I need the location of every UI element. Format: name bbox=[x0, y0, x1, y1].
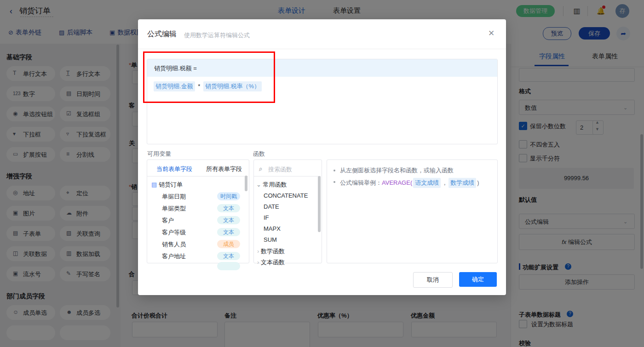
variables-tree-root[interactable]: ▤ 销货订单 bbox=[151, 181, 183, 189]
bullet-icon bbox=[334, 181, 335, 183]
tab-current-form-fields[interactable]: 当前表单字段 bbox=[156, 165, 192, 173]
variable-row[interactable]: 客户 bbox=[162, 216, 174, 225]
variables-scrollbar[interactable] bbox=[245, 176, 247, 191]
chevron-down-icon: ⌄ bbox=[256, 181, 261, 188]
dialog-title: 公式编辑 bbox=[147, 29, 177, 39]
variable-type-tag: 文本 bbox=[217, 228, 240, 236]
variable-type-tag: 时间戳 bbox=[217, 192, 240, 200]
function-item-mapx[interactable]: MAPX bbox=[264, 225, 281, 232]
chevron-right-icon: › bbox=[257, 248, 259, 255]
variable-row[interactable]: 客户地址 bbox=[162, 252, 186, 261]
close-icon[interactable]: ✕ bbox=[487, 29, 496, 38]
variable-row[interactable]: 单据日期 bbox=[162, 193, 186, 201]
dialog-subtitle: 使用数学运算符编辑公式 bbox=[184, 31, 250, 40]
function-group-text[interactable]: › 文本函数 bbox=[257, 258, 285, 267]
help-tip-1: 从左侧面板选择字段名和函数，或输入函数 bbox=[340, 166, 454, 175]
variable-type-tag: 文本 bbox=[217, 216, 240, 224]
help-tip-2-prefix: 公式编辑举例： bbox=[340, 179, 382, 186]
functions-search-divider bbox=[254, 176, 321, 176]
dialog-header-divider bbox=[138, 49, 506, 49]
variable-type-tag: 文本 bbox=[217, 204, 240, 212]
bullet-icon bbox=[334, 170, 335, 171]
help-tip-2-function: AVERAGE( bbox=[382, 179, 412, 186]
variable-type-tag-clipped bbox=[217, 262, 240, 270]
cancel-button[interactable]: 取消 bbox=[413, 272, 453, 288]
highlight-annotation bbox=[143, 51, 275, 103]
help-tip-2: 公式编辑举例：AVERAGE(语文成绩，数学成绩) bbox=[340, 178, 479, 188]
variable-row[interactable]: 客户等级 bbox=[162, 228, 186, 237]
function-item-concatenate[interactable]: CONCATENATE bbox=[264, 192, 308, 199]
functions-scrollbar[interactable] bbox=[318, 176, 321, 232]
formula-help-panel: 从左侧面板选择字段名和函数，或输入函数 公式编辑举例：AVERAGE(语文成绩，… bbox=[327, 159, 498, 263]
form-icon: ▤ bbox=[151, 181, 157, 188]
help-tip-2-comma: ， bbox=[442, 179, 448, 186]
function-group-label: 文本函数 bbox=[261, 259, 285, 266]
help-tip-2-suffix: ) bbox=[477, 179, 479, 186]
help-tip-2-arg1: 语文成绩 bbox=[413, 178, 441, 188]
tab-all-form-fields[interactable]: 所有表单字段 bbox=[206, 165, 242, 173]
variable-row[interactable]: 单据类型 bbox=[162, 205, 186, 213]
function-item-date[interactable]: DATE bbox=[264, 203, 279, 210]
search-functions-input[interactable]: 搜索函数 bbox=[268, 165, 292, 174]
variables-tree-root-label: 销货订单 bbox=[159, 181, 183, 188]
functions-panel: ⌕ 搜索函数 ⌄ 常用函数 CONCATENATE DATE IF MAPX S… bbox=[253, 159, 322, 263]
function-group-common[interactable]: ⌄ 常用函数 bbox=[256, 181, 287, 189]
chevron-right-icon: › bbox=[257, 259, 259, 266]
functions-label: 函数 bbox=[253, 150, 265, 158]
formula-editor-dialog: 公式编辑 使用数学运算符编辑公式 ✕ 销货明细.税额 = 销货明细.金额 * 销… bbox=[138, 19, 506, 295]
search-icon: ⌕ bbox=[259, 165, 263, 173]
function-group-label: 常用函数 bbox=[263, 181, 287, 188]
variable-row[interactable]: 销售人员 bbox=[162, 240, 186, 249]
function-group-math[interactable]: › 数学函数 bbox=[257, 247, 285, 256]
available-variables-label: 可用变量 bbox=[147, 150, 171, 158]
variable-type-tag: 文本 bbox=[217, 252, 240, 260]
confirm-button[interactable]: 确定 bbox=[459, 272, 497, 287]
variables-tab-divider bbox=[147, 176, 248, 176]
help-tip-2-arg2: 数学成绩 bbox=[448, 178, 476, 188]
available-variables-panel: 当前表单字段 所有表单字段 ▤ 销货订单 单据日期 时间戳 单据类型 文本 客户… bbox=[147, 159, 249, 263]
function-group-label: 数学函数 bbox=[261, 248, 285, 255]
function-item-sum[interactable]: SUM bbox=[264, 236, 277, 243]
function-item-if[interactable]: IF bbox=[264, 214, 269, 221]
variable-type-tag: 成员 bbox=[217, 240, 240, 248]
